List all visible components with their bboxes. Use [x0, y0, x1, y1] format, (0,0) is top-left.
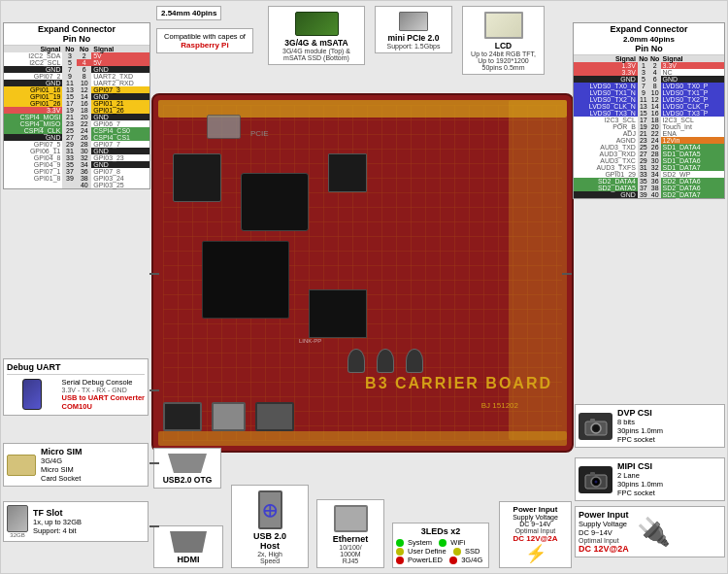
- lcd-title: LCD: [466, 41, 541, 51]
- arrow-right-1: [562, 273, 572, 275]
- ethernet-title: Ethernet: [320, 534, 381, 544]
- ssd-desc1: 3G/4G module (Top) &: [272, 48, 361, 54]
- hdmi-title: HDMI: [157, 555, 219, 564]
- power-input-title: Power Input: [579, 510, 629, 520]
- usb-otg-title: USB2.0 OTG: [157, 475, 217, 485]
- mini-pcie-icon: [399, 12, 428, 31]
- micro-sim-title: Micro SIM: [41, 447, 83, 456]
- led-wifi-label: WiFi: [450, 538, 465, 547]
- leds-box: 3LEDs x2 System WiFi User Define SSD Pow…: [392, 523, 489, 568]
- led-system-label: System: [408, 538, 432, 547]
- led-powerled-row: PowerLED 3G/4G: [396, 556, 485, 564]
- mipi-csi-title: MIPI CSI: [617, 461, 663, 471]
- lcd-icon: [484, 12, 523, 39]
- power-input-bottom-title: Power Input: [503, 505, 568, 514]
- dvp-csi-desc2: 30pins 1.0mm: [617, 426, 663, 435]
- debug-uart-link2: COM10U: [62, 402, 145, 411]
- tf-slot-desc: 1x, up to 32GB: [33, 518, 82, 526]
- ethernet-desc: 10/100/ 1000M RJ45: [320, 544, 381, 564]
- svg-point-2: [593, 425, 599, 431]
- arrow-left-3: [149, 462, 159, 464]
- led-ssd-indicator: [453, 548, 461, 556]
- lcd-desc3: 50pins 0.5mm: [466, 64, 541, 71]
- main-container: PCIE B3 CARRIER BOARD BJ 151202 LINK-PP …: [0, 0, 728, 574]
- usb-host-desc: 2x, High Speed: [235, 551, 305, 564]
- svg-rect-3: [590, 419, 595, 422]
- arrow-left-4: [149, 525, 159, 527]
- debug-uart-desc: Serial Debug Console: [62, 378, 145, 387]
- led-system-row: System WiFi: [396, 538, 485, 547]
- power-input-dc12v: DC 12V@2A: [579, 544, 629, 554]
- power-input-bottom: Power Input Supply Voltage DC 9~14V Opti…: [499, 501, 572, 568]
- rpi-note-text: Compatible with capes of: [164, 32, 246, 41]
- power-input-spec: DC 9~14V: [579, 528, 629, 537]
- tf-slot-title: TF Slot: [33, 508, 82, 518]
- svg-point-7: [594, 480, 597, 483]
- dvp-csi-desc: 8 bits: [617, 418, 663, 426]
- lcd-desc2: Up to 1920*1200: [466, 57, 541, 64]
- tf-slot-box: 32GB TF Slot 1x, up to 32GB Support: 4 b…: [3, 501, 149, 542]
- dvp-csi-title: DVP CSI: [617, 408, 663, 418]
- usb-host-icon: ⨁: [258, 490, 282, 529]
- micro-sim-desc: 3G/4G: [41, 456, 83, 465]
- connector-note: 2.54mm 40pins: [156, 6, 221, 20]
- ethernet-box: Ethernet 10/100/ 1000M RJ45: [316, 499, 384, 568]
- raspberry-pi-note: Compatible with capes of Raspberry Pi: [156, 28, 253, 53]
- power-input-bottom-desc: Supply Voltage: [503, 514, 568, 521]
- usb-otg-box: USB2.0 OTG: [153, 448, 221, 489]
- power-input-desc: Supply Voltage: [579, 520, 629, 528]
- right-connector-title: Expand Connector 2.0mm 40pins Pin No: [574, 23, 724, 55]
- power-input-bottom-dc12v: DC 12V@2A: [503, 534, 568, 543]
- led-power-indicator: [396, 557, 404, 564]
- power-input-optimal: Optimal Input: [579, 537, 629, 544]
- mipi-csi-box: MIPI CSI 2 Lane 30pins 1.0mm FPC socket: [575, 457, 725, 501]
- mini-pcie-title: mini PCIe 2.0: [379, 33, 448, 43]
- dvp-csi-box: DVP CSI 8 bits 30pins 1.0mm FPC socket: [575, 404, 725, 448]
- lcd-desc1: Up to 24bit RGB TFT,: [466, 51, 541, 57]
- left-connector-panel: Expand Connector Pin No Signal No No Sig…: [3, 22, 150, 189]
- arrow-left-2: [149, 389, 159, 391]
- usb-host-title: USB 2.0 Host: [235, 531, 305, 551]
- usb-host-box: ⨁ USB 2.0 Host 2x, High Speed: [231, 485, 309, 568]
- lcd-component: LCD Up to 24bit RGB TFT, Up to 1920*1200…: [462, 6, 545, 75]
- ssd-title: 3G/4G & mSATA: [272, 38, 361, 48]
- led-userdefine-label: User Define: [408, 547, 447, 556]
- arrow-left-1: [149, 273, 159, 275]
- debug-uart-link: USB to UART Converter: [62, 393, 145, 402]
- led-3g4g-label: 3G/4G: [461, 556, 482, 564]
- led-power-label: PowerLED: [408, 556, 443, 564]
- led-userdefine-indicator: [396, 548, 404, 556]
- board-id: BJ 151202: [481, 401, 518, 410]
- board-area: PCIE B3 CARRIER BOARD BJ 151202 LINK-PP: [151, 93, 574, 453]
- led-ssd-label: SSD: [465, 547, 480, 556]
- led-3g4g-indicator: [449, 557, 457, 564]
- leds-title: 3LEDs x2: [396, 526, 485, 536]
- right-connector-panel: Expand Connector 2.0mm 40pins Pin No Sig…: [573, 22, 725, 199]
- mipi-camera-icon: [579, 466, 612, 493]
- microsd-icon: [7, 505, 28, 532]
- ssd-component: 3G/4G & mSATA 3G/4G module (Top) & mSATA…: [268, 6, 365, 65]
- usb-dongle-icon: [22, 379, 42, 410]
- power-input-bottom-spec: DC 9~14V: [503, 521, 568, 527]
- svg-rect-8: [590, 472, 595, 476]
- ethernet-port-icon: [334, 505, 368, 532]
- left-connector-title: Expand Connector Pin No: [4, 23, 149, 46]
- led-system-indicator: [396, 539, 404, 547]
- micro-sim-desc2: Micro SIM: [41, 465, 83, 474]
- sim-card-icon: [7, 455, 36, 476]
- mini-pcie-desc: Support: 1.5Gbps: [379, 43, 448, 50]
- mini-pcie-component: mini PCIe 2.0 Support: 1.5Gbps: [375, 6, 452, 53]
- mipi-csi-desc: 2 Lane: [617, 471, 663, 480]
- micro-sim-box: Micro SIM 3G/4G Micro SIM Card Socket: [3, 443, 149, 487]
- micro-sim-desc3: Card Socket: [41, 474, 83, 483]
- debug-uart-spec: 3.3V - TX - RX - GND: [62, 387, 145, 393]
- hdmi-box: HDMI: [153, 525, 223, 568]
- led-wifi-indicator: [439, 539, 447, 547]
- mipi-csi-desc3: FPC socket: [617, 489, 663, 497]
- power-plug-bottom-icon: ⚡: [503, 543, 568, 564]
- mipi-csi-desc2: 30pins 1.0mm: [617, 480, 663, 489]
- board-label: B3 CARRIER BOARD: [365, 375, 552, 392]
- power-input-bottom-optimal: Optimal Input: [503, 527, 568, 534]
- power-plug-icon: 🔌: [637, 516, 671, 548]
- ssd-icon: [295, 12, 339, 36]
